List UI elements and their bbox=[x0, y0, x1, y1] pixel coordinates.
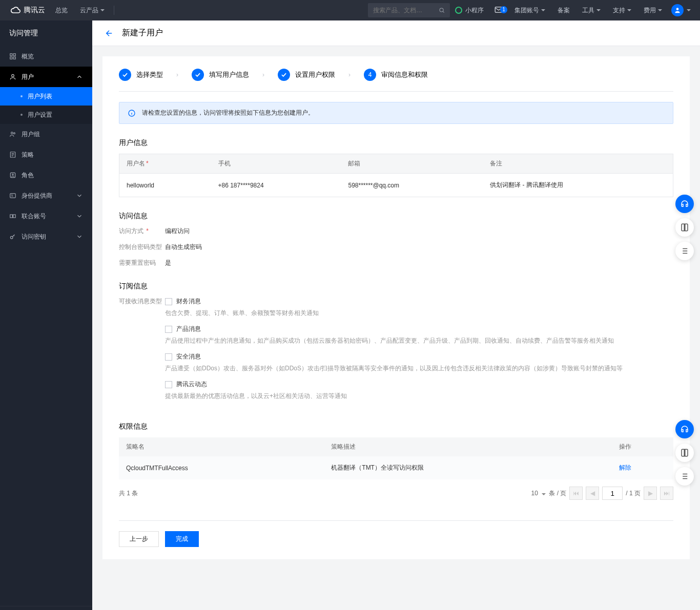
svg-rect-5 bbox=[10, 57, 12, 59]
sidebar-item-federation[interactable]: 联合账号 bbox=[0, 206, 92, 226]
sidebar-item-access-key[interactable]: 访问密钥 bbox=[0, 226, 92, 247]
content: 新建子用户 选择类型 › 填写用户信息 › 设置用户权限 › bbox=[92, 20, 700, 610]
fab-docs[interactable] bbox=[675, 218, 694, 237]
sidebar-item-idp[interactable]: 身份提供商 bbox=[0, 185, 92, 206]
cell-phone: +86 187****9824 bbox=[211, 174, 341, 197]
cell-username: helloworld bbox=[119, 174, 211, 197]
section-perm-title: 权限信息 bbox=[119, 422, 673, 431]
page-input[interactable] bbox=[602, 487, 623, 500]
sidebar-subitem-user-settings[interactable]: 用户设置 bbox=[0, 106, 92, 124]
nav-tools[interactable]: 工具 bbox=[576, 0, 607, 20]
unbind-link[interactable]: 解除 bbox=[619, 464, 631, 471]
step-current-num: 4 bbox=[364, 69, 376, 81]
fab-docs-2[interactable] bbox=[675, 444, 694, 462]
nav-beian[interactable]: 备案 bbox=[551, 0, 576, 20]
cell-policy-desc: 机器翻译（TMT）全读写访问权限 bbox=[324, 456, 612, 479]
page-next[interactable]: ▶ bbox=[644, 487, 657, 500]
page-first[interactable]: ⏮ bbox=[569, 487, 583, 500]
search-box[interactable] bbox=[368, 3, 450, 17]
nav-products[interactable]: 云产品 bbox=[74, 0, 111, 20]
back-button[interactable] bbox=[105, 29, 114, 38]
page-last[interactable]: ⏭ bbox=[660, 487, 673, 500]
chevron-down-icon bbox=[76, 213, 83, 220]
nav-group[interactable]: 集团账号 bbox=[508, 0, 551, 20]
col-policy-desc: 策略描述 bbox=[324, 437, 612, 456]
step-done-icon bbox=[119, 69, 131, 81]
sidebar-item-overview[interactable]: 概览 bbox=[0, 46, 92, 67]
step-3: 设置用户权限 bbox=[278, 69, 335, 81]
idp-icon bbox=[9, 192, 16, 199]
svg-point-9 bbox=[13, 133, 15, 134]
col-policy-name: 策略名 bbox=[119, 437, 324, 456]
brand-logo[interactable]: 腾讯云 bbox=[6, 5, 49, 15]
book-icon bbox=[680, 223, 689, 232]
checkbox-product[interactable] bbox=[165, 326, 172, 333]
nav-overview[interactable]: 总览 bbox=[49, 0, 74, 20]
svg-rect-3 bbox=[10, 54, 12, 56]
chevron-down-icon bbox=[100, 9, 105, 11]
info-icon bbox=[128, 109, 136, 117]
section-access-title: 访问信息 bbox=[119, 212, 673, 221]
chevron-right-icon: › bbox=[255, 71, 272, 78]
book-icon bbox=[680, 448, 689, 457]
fab-feedback-2[interactable] bbox=[675, 467, 694, 486]
mini-program[interactable]: 小程序 bbox=[450, 6, 489, 15]
kv-access-method: 访问方式 * 编程访问 bbox=[119, 227, 673, 236]
key-icon bbox=[9, 233, 16, 240]
page-title: 新建子用户 bbox=[122, 28, 163, 38]
role-icon bbox=[9, 172, 16, 179]
sidebar-item-role[interactable]: 角色 bbox=[0, 165, 92, 185]
sidebar-item-usergroup[interactable]: 用户组 bbox=[0, 124, 92, 144]
headset-icon bbox=[680, 199, 689, 208]
step-done-icon bbox=[192, 69, 204, 81]
list-icon bbox=[680, 472, 689, 481]
mail-button[interactable]: 1 bbox=[489, 5, 508, 16]
chevron-up-icon bbox=[76, 73, 83, 80]
sidebar-subitem-user-list[interactable]: 用户列表 bbox=[0, 87, 92, 106]
kv-reset-pwd: 需要重置密码 是 bbox=[119, 259, 673, 267]
nav-cost[interactable]: 费用 bbox=[637, 0, 668, 20]
user-avatar[interactable] bbox=[671, 4, 684, 16]
chk-product: 产品消息 产品使用过程中产生的消息通知，如产品购买成功（包括云服务器初始密码）、… bbox=[165, 325, 673, 345]
col-username: 用户名* bbox=[119, 154, 211, 174]
sidebar-item-policy[interactable]: 策略 bbox=[0, 144, 92, 165]
chk-security: 安全消息 产品遭受（如DDos）攻击、服务器对外（如DDoS）攻击/扫描导致被隔… bbox=[165, 352, 673, 373]
search-input[interactable] bbox=[373, 7, 436, 14]
chevron-right-icon: › bbox=[169, 71, 186, 78]
checkbox-security[interactable] bbox=[165, 353, 172, 361]
wizard-steps: 选择类型 › 填写用户信息 › 设置用户权限 › 4 审阅信息和权限 bbox=[119, 69, 673, 92]
fab-feedback[interactable] bbox=[675, 242, 694, 260]
sidebar-item-user[interactable]: 用户 bbox=[0, 67, 92, 87]
policy-icon bbox=[9, 151, 16, 158]
headset-icon bbox=[680, 425, 689, 434]
svg-rect-15 bbox=[13, 215, 16, 218]
arrow-left-icon bbox=[105, 29, 114, 38]
svg-rect-14 bbox=[10, 215, 13, 218]
done-button[interactable]: 完成 bbox=[165, 531, 199, 547]
cell-policy-name: QcloudTMTFullAccess bbox=[119, 456, 324, 479]
chevron-down-icon bbox=[596, 9, 601, 11]
chevron-down-icon bbox=[541, 9, 545, 11]
step-2: 填写用户信息 bbox=[192, 69, 249, 81]
svg-rect-6 bbox=[13, 57, 15, 59]
svg-rect-4 bbox=[13, 54, 15, 56]
prev-button[interactable]: 上一步 bbox=[119, 531, 159, 547]
fab-support-2[interactable] bbox=[675, 420, 694, 438]
user-icon bbox=[9, 73, 16, 80]
user-icon bbox=[674, 7, 681, 14]
col-policy-op: 操作 bbox=[612, 437, 673, 456]
fab-support[interactable] bbox=[675, 195, 694, 213]
brand-text: 腾讯云 bbox=[24, 6, 45, 15]
sidebar-collapse[interactable] bbox=[0, 606, 92, 610]
checkbox-news[interactable] bbox=[165, 381, 172, 388]
section-subscribe-title: 订阅信息 bbox=[119, 282, 673, 291]
nav-support[interactable]: 支持 bbox=[607, 0, 637, 20]
pagination: 共 1 条 10 条 / 页 ⏮ ◀ / 1 页 ▶ ⏭ bbox=[119, 487, 673, 500]
step-1: 选择类型 bbox=[119, 69, 163, 81]
checkbox-finance[interactable] bbox=[165, 298, 172, 305]
list-icon bbox=[680, 246, 689, 256]
chk-finance: 财务消息 包含欠费、提现、订单、账单、余额预警等财务相关通知 bbox=[165, 297, 673, 318]
svg-point-8 bbox=[11, 132, 13, 134]
page-prev[interactable]: ◀ bbox=[586, 487, 599, 500]
page-size[interactable]: 10 bbox=[531, 490, 546, 497]
